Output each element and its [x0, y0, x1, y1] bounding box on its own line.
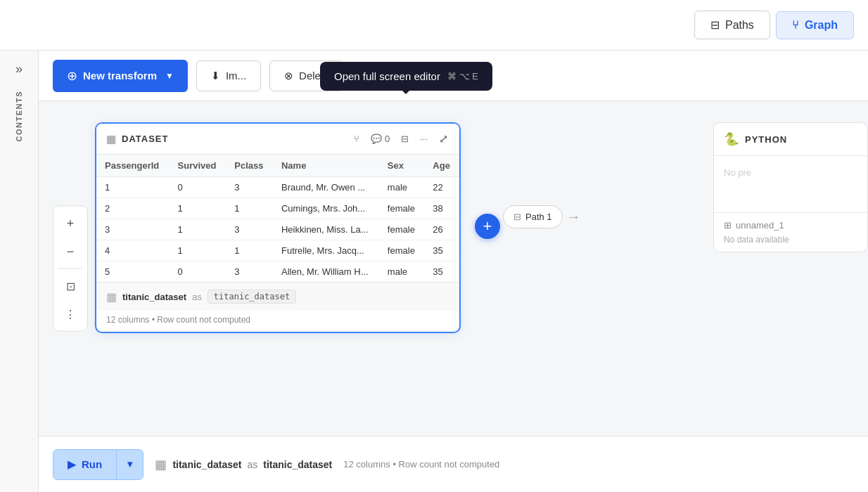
path-connector: ⊟ Path 1 → [503, 205, 581, 228]
zoom-in-button[interactable]: + [58, 211, 83, 236]
git-icon: ⑂ [354, 134, 359, 144]
zoom-divider [58, 268, 83, 269]
tooltip-text: Open full screen editor [334, 70, 440, 82]
col-sex: Sex [379, 155, 424, 177]
transform-icon: ⊟ [401, 134, 409, 144]
comment-count: 0 [385, 134, 390, 144]
dataset-table-icon: ▦ [106, 133, 116, 145]
table-row: 211Cumings, Mrs. Joh...female38 [96, 198, 459, 219]
expand-node-button[interactable]: ⤢ [438, 131, 449, 147]
new-transform-label: New transform [83, 70, 157, 82]
new-transform-button[interactable]: ⊕ New transform ▼ [53, 60, 188, 92]
node-header: ▦ DATASET ⑂ 💬 0 ⊟ [96, 124, 459, 155]
meta-row-count: Row count not computed [157, 315, 250, 325]
dataset-node-title: DATASET [122, 134, 347, 144]
paths-button[interactable]: ⊟ Paths [694, 11, 770, 39]
bottom-meta-columns: 12 columns [343, 459, 390, 470]
bottom-dataset-name: titanic_dataset [172, 459, 241, 470]
bottom-meta-sep: • [392, 459, 398, 470]
top-nav: ⊟ Paths ⑂ Graph [0, 0, 868, 51]
run-button-group: ▶ Run ▼ [53, 449, 143, 480]
no-data-text: No data available [724, 235, 857, 245]
col-survived: Survived [170, 155, 226, 177]
expand-icon: » [15, 62, 23, 76]
import-button[interactable]: ⬇ Im... [196, 60, 261, 91]
bottom-bar: ▶ Run ▼ ▦ titanic_dataset as titanic_dat… [39, 436, 868, 492]
col-name: Name [273, 155, 379, 177]
footer-table-icon: ▦ [106, 290, 117, 304]
path-arrow: → [567, 209, 581, 225]
paths-icon: ⊟ [710, 18, 720, 32]
python-footer: ⊞ unnamed_1 No data available [714, 212, 867, 252]
footer-dataset-name: titanic_dataset [122, 292, 186, 302]
import-icon: ⬇ [211, 70, 220, 82]
run-label: Run [82, 458, 102, 470]
plus-sign: + [483, 217, 492, 235]
python-content: No pre [714, 156, 867, 212]
main-layout: » CONTENTS ⊕ New transform ▼ ⬇ Im... Ope… [0, 51, 868, 492]
tooltip-shortcut: ⌘ ⌥ E [447, 71, 478, 82]
bottom-dataset-info: ▦ titanic_dataset as titanic_dataset [155, 457, 332, 472]
bottom-meta: 12 columns • Row count not computed [343, 459, 499, 470]
comment-icon: 💬 [371, 134, 382, 144]
python-node: 🐍 PYTHON No pre ⊞ unnamed_1 No data avai… [713, 122, 868, 252]
graph-canvas: + − ⊡ ⋮ ▦ DATASET ⑂ 💬 0 [39, 101, 868, 436]
zoom-controls: + − ⊡ ⋮ [53, 206, 88, 332]
node-footer: ▦ titanic_dataset as titanic_dataset [96, 282, 459, 311]
dataset-node: ▦ DATASET ⑂ 💬 0 ⊟ [95, 122, 461, 333]
no-preview-text: No pre [724, 167, 751, 178]
paths-label: Paths [725, 19, 754, 32]
unnamed-icon: ⊞ [724, 220, 732, 231]
table-row: 313Heikkinen, Miss. La...female26 [96, 219, 459, 240]
tooltip: Open full screen editor ⌘ ⌥ E [320, 62, 492, 91]
comment-button[interactable]: 💬 0 [369, 132, 391, 145]
table-row: 503Allen, Mr. William H...male35 [96, 261, 459, 283]
import-label: Im... [226, 70, 246, 82]
expand-sidebar-button[interactable]: » [11, 58, 27, 81]
bottom-table-icon: ▦ [155, 457, 167, 472]
canvas-area: ⊕ New transform ▼ ⬇ Im... Open full scre… [39, 51, 868, 492]
expand-node-icon: ⤢ [439, 133, 448, 145]
table-row: 103Braund, Mr. Owen ...male22 [96, 177, 459, 198]
git-icon-button[interactable]: ⑂ [352, 132, 361, 145]
path-icon: ⊟ [513, 212, 521, 222]
python-header: 🐍 PYTHON [714, 123, 867, 156]
path-pill[interactable]: ⊟ Path 1 [503, 205, 563, 228]
python-title: PYTHON [745, 134, 787, 145]
bottom-meta-row-count: Row count not computed [399, 459, 500, 470]
left-sidebar: » CONTENTS [0, 51, 39, 492]
col-age: Age [424, 155, 459, 177]
path-label: Path 1 [525, 212, 552, 222]
contents-label: CONTENTS [15, 91, 23, 142]
run-dropdown-button[interactable]: ▼ [116, 450, 143, 479]
node-meta: 12 columns • Row count not computed [96, 311, 459, 332]
unnamed-tag: ⊞ unnamed_1 [724, 220, 857, 231]
python-icon: 🐍 [724, 131, 739, 147]
toolbar: ⊕ New transform ▼ ⬇ Im... Open full scre… [39, 51, 868, 101]
footer-as: as [192, 292, 202, 302]
branch-button[interactable]: ⋮ [58, 302, 83, 327]
unnamed-label: unnamed_1 [736, 220, 784, 231]
run-icon: ▶ [68, 458, 76, 471]
run-chevron-icon: ▼ [125, 459, 134, 470]
zoom-out-button[interactable]: − [58, 239, 83, 264]
more-icon: ··· [420, 134, 428, 144]
graph-label: Graph [805, 19, 838, 32]
col-pclass: Pclass [226, 155, 273, 177]
meta-columns: 12 columns [106, 315, 149, 325]
col-passengerid: PassengerId [96, 155, 170, 177]
delete-icon: ⊗ [284, 70, 293, 82]
more-button[interactable]: ··· [419, 132, 429, 145]
graph-button[interactable]: ⑂ Graph [776, 11, 854, 39]
run-button[interactable]: ▶ Run [53, 450, 116, 479]
transform-icon-button[interactable]: ⊟ [400, 132, 410, 145]
plus-connector-button[interactable]: + [475, 214, 500, 239]
table-row: 411Futrelle, Mrs. Jacq...female35 [96, 240, 459, 261]
plus-icon: ⊕ [67, 68, 77, 84]
data-table: PassengerId Survived Pclass Name Sex Age… [96, 155, 459, 282]
footer-alias: titanic_dataset [208, 290, 296, 304]
bottom-alias: titanic_dataset [263, 459, 332, 470]
node-header-actions: ⑂ 💬 0 ⊟ ··· ⤢ [352, 131, 449, 147]
fit-button[interactable]: ⊡ [58, 273, 83, 299]
chevron-down-icon: ▼ [165, 71, 174, 81]
